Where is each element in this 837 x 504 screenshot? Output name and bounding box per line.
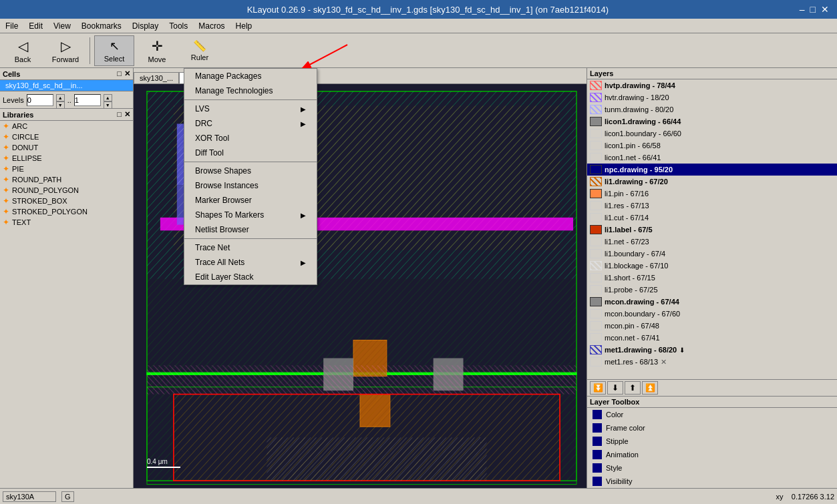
menu-trace-all-nets[interactable]: Trace All Nets ▶ (184, 255, 317, 270)
toolbox-item-stipple[interactable]: Stipple (587, 435, 837, 448)
menu-drc[interactable]: DRC ▶ (184, 116, 317, 131)
layer-item-5[interactable]: licon1.pin - 66/58 (587, 140, 837, 152)
layer-item-2[interactable]: tunm.drawing - 80/20 (587, 103, 837, 115)
libraries-controls[interactable]: □ ✕ (117, 110, 130, 119)
levels-to-input[interactable] (74, 94, 101, 106)
library-item-text[interactable]: ✦TEXT (0, 217, 133, 228)
cells-dock-icon[interactable]: □ (117, 69, 122, 78)
menu-view[interactable]: View (48, 20, 76, 32)
forward-button[interactable]: ▷ Forward (45, 35, 86, 66)
toolbox-item-color[interactable]: Color (587, 408, 837, 421)
library-item-ellipse[interactable]: ✦ELLIPSE (0, 153, 133, 164)
levels-from-spinner[interactable]: ▲ ▼ (56, 94, 65, 106)
menu-lvs[interactable]: LVS ▶ (184, 101, 317, 116)
menu-browse-shapes[interactable]: Browse Shapes (184, 164, 317, 178)
tab-0[interactable]: sky130_... (134, 72, 179, 83)
layer-item-16[interactable]: li1.short - 67/15 (587, 272, 837, 284)
library-item-round_polygon[interactable]: ✦ROUND_POLYGON (0, 185, 133, 196)
restore-button[interactable]: □ (810, 4, 816, 15)
layer-item-6[interactable]: licon1.net - 66/41 (587, 152, 837, 164)
cells-controls[interactable]: □ ✕ (117, 69, 130, 78)
cell-item[interactable]: sky130_fd_sc_hd__in... (0, 80, 133, 91)
back-button[interactable]: ◁ Back (3, 35, 43, 66)
layer-swatch-22 (590, 345, 602, 354)
levels-to-up[interactable]: ▲ (104, 94, 112, 101)
layer-nav-top[interactable]: ⏫ (642, 381, 658, 395)
layer-item-10[interactable]: li1.res - 67/13 (587, 200, 837, 212)
levels-from-up[interactable]: ▲ (56, 94, 65, 101)
layer-swatch-7 (590, 165, 602, 174)
layer-item-13[interactable]: li1.net - 67/23 (587, 236, 837, 248)
toolbox-item-animation[interactable]: Animation (587, 448, 837, 461)
layer-name-22: met1.drawing - 68/20 (605, 346, 677, 354)
layer-item-19[interactable]: mcon.boundary - 67/60 (587, 308, 837, 320)
layer-name-0: hvtp.drawing - 78/44 (605, 81, 675, 89)
toolbox-item-frame-color[interactable]: Frame color (587, 421, 837, 435)
layer-item-22[interactable]: met1.drawing - 68/20 ⬇ (587, 344, 837, 356)
library-item-round_path[interactable]: ✦ROUND_PATH (0, 174, 133, 185)
layer-name-3: licon1.drawing - 66/44 (605, 117, 681, 125)
titlebar-controls[interactable]: – □ ✕ (800, 4, 834, 15)
menu-manage-technologies[interactable]: Manage Technologies (184, 83, 317, 98)
layer-item-12[interactable]: li1.label - 67/5 (587, 224, 837, 236)
toolbox-item-visibility[interactable]: Visibility (587, 475, 837, 488)
menu-bookmarks[interactable]: Bookmarks (76, 20, 127, 32)
lib-item-label: PIE (12, 165, 24, 173)
layer-swatch-4 (590, 129, 602, 138)
menu-macros[interactable]: Macros (193, 20, 230, 32)
layer-item-15[interactable]: li1.blockage - 67/10 (587, 260, 837, 272)
select-button[interactable]: ↖ Select (94, 35, 134, 66)
layer-item-0[interactable]: hvtp.drawing - 78/44 (587, 79, 837, 91)
toolbox-item-style[interactable]: Style (587, 461, 837, 475)
menu-tools[interactable]: Tools (164, 20, 193, 32)
layer-item-9[interactable]: li1.pin - 67/16 (587, 188, 837, 200)
layer-item-1[interactable]: hvtr.drawing - 18/20 (587, 91, 837, 103)
menu-edit-layer-stack[interactable]: Edit Layer Stack (184, 270, 317, 284)
library-item-arc[interactable]: ✦ARC (0, 121, 133, 132)
layer-item-3[interactable]: licon1.drawing - 66/44 (587, 115, 837, 128)
menu-manage-packages[interactable]: Manage Packages (184, 69, 317, 83)
layer-item-14[interactable]: li1.boundary - 67/4 (587, 248, 837, 260)
menu-marker-browser[interactable]: Marker Browser (184, 193, 317, 208)
menu-browse-instances[interactable]: Browse Instances (184, 178, 317, 193)
layer-item-17[interactable]: li1.probe - 67/25 (587, 284, 837, 296)
layer-item-18[interactable]: mcon.drawing - 67/44 (587, 296, 837, 308)
cells-close-icon[interactable]: ✕ (124, 69, 130, 78)
layer-nav-bottom[interactable]: ⏬ (590, 381, 606, 395)
library-item-stroked_polygon[interactable]: ✦STROKED_POLYGON (0, 206, 133, 217)
levels-to-spinner[interactable]: ▲ ▼ (104, 94, 112, 106)
menu-help[interactable]: Help (230, 20, 258, 32)
layer-item-23[interactable]: met1.res - 68/13 ✕ (587, 356, 837, 368)
move-button[interactable]: ✛ Move (137, 35, 177, 66)
levels-from-input[interactable] (27, 94, 53, 106)
menu-shapes-to-markers[interactable]: Shapes To Markers ▶ (184, 208, 317, 222)
layer-item-11[interactable]: li1.cut - 67/14 (587, 212, 837, 224)
layer-nav-up[interactable]: ⬆ (625, 381, 641, 395)
minimize-button[interactable]: – (800, 4, 805, 15)
levels-to-down[interactable]: ▼ (104, 101, 112, 109)
close-button[interactable]: ✕ (821, 4, 829, 15)
layer-item-8[interactable]: li1.drawing - 67/20 (587, 176, 837, 188)
menu-xor-tool[interactable]: XOR Tool (184, 131, 317, 146)
menu-trace-net[interactable]: Trace Net (184, 240, 317, 255)
layer-item-4[interactable]: licon1.boundary - 66/60 (587, 128, 837, 140)
menu-diff-tool[interactable]: Diff Tool (184, 146, 317, 160)
menu-edit[interactable]: Edit (23, 20, 48, 32)
ruler-button[interactable]: 📏 Ruler (180, 35, 220, 66)
layer-swatch-0 (590, 81, 602, 90)
menu-netlist-browser[interactable]: Netlist Browser (184, 222, 317, 237)
menu-file[interactable]: File (0, 20, 23, 32)
layer-item-7[interactable]: npc.drawing - 95/20 (587, 164, 837, 176)
library-item-circle[interactable]: ✦CIRCLE (0, 132, 133, 142)
layer-nav-down[interactable]: ⬇ (607, 381, 623, 395)
library-item-pie[interactable]: ✦PIE (0, 164, 133, 174)
menu-display[interactable]: Display (127, 20, 164, 32)
layer-item-21[interactable]: mcon.net - 67/41 (587, 332, 837, 344)
layer-item-20[interactable]: mcon.pin - 67/48 (587, 320, 837, 332)
libraries-close-icon[interactable]: ✕ (124, 110, 130, 119)
library-item-stroked_box[interactable]: ✦STROKED_BOX (0, 196, 133, 206)
libraries-dock-icon[interactable]: □ (117, 110, 122, 119)
layers-list[interactable]: hvtp.drawing - 78/44 hvtr.drawing - 18/2… (587, 79, 837, 379)
levels-from-down[interactable]: ▼ (56, 101, 65, 109)
library-item-donut[interactable]: ✦DONUT (0, 142, 133, 153)
